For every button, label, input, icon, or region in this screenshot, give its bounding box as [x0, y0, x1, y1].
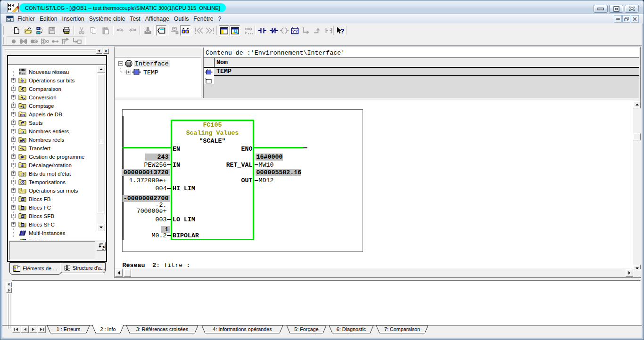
pane-grip[interactable]	[9, 294, 10, 329]
minimize-button[interactable]	[594, 5, 608, 13]
tree-item-folder-int[interactable]: +±INombres entiers	[8, 127, 106, 135]
copy-button[interactable]	[88, 25, 99, 36]
symbol-tag-button[interactable]	[156, 25, 166, 36]
panel-grip[interactable]	[5, 48, 96, 49]
panel-menu-button[interactable]: ▼	[96, 49, 102, 54]
save-button[interactable]	[47, 25, 57, 36]
tab-call-structure[interactable]: Structure d'a...	[60, 262, 106, 273]
cut-button[interactable]	[76, 25, 87, 36]
menu-edition[interactable]: Edition	[37, 15, 60, 23]
help-pointer-button[interactable]: ?	[335, 25, 346, 36]
monitor-glasses-button[interactable]	[180, 25, 190, 36]
menu-fichier[interactable]: Fichier	[15, 15, 37, 23]
prev-error-button[interactable]	[194, 25, 204, 36]
expand-box[interactable]: +	[11, 87, 16, 91]
mdi-close-button[interactable]	[631, 15, 639, 23]
menu-outils[interactable]: Outils	[172, 15, 191, 23]
tree-item-folder-bit-logic[interactable]: +Opérations sur bits	[8, 76, 106, 84]
lad-canvas[interactable]: FC105 Scaling Values "SCALE" EN ENO IN R…	[115, 100, 633, 268]
expand-box[interactable]: +	[11, 214, 16, 218]
panel-grip[interactable]	[5, 50, 96, 51]
tree-item-folder-jump[interactable]: +Sauts	[8, 118, 106, 127]
output-tabs[interactable]: 1 : Erreurs2 : Info3: Références croisée…	[2, 325, 642, 334]
interface-temp-node[interactable]: TEMP	[143, 69, 158, 76]
mdi-restore-button[interactable]	[622, 15, 630, 23]
expand-box[interactable]: +	[11, 154, 16, 159]
expand-box[interactable]: +	[11, 171, 16, 176]
toolbar-grip[interactable]	[2, 37, 4, 44]
tree-item-folder-real[interactable]: +±RNombres réels	[8, 135, 106, 144]
mdi-document-icon[interactable]	[6, 16, 14, 22]
tree-item-folder-word[interactable]: +Opérations sur mots	[8, 186, 106, 194]
expand-box[interactable]: +	[11, 222, 16, 227]
network-station-button[interactable]	[170, 25, 180, 36]
menu-systeme-cible[interactable]: Système cible	[87, 15, 128, 23]
scrollbar-thumb[interactable]	[633, 133, 641, 140]
tree-item-folder-shift[interactable]: +Décalage/rotation	[8, 161, 106, 169]
step-over-icon[interactable]	[50, 37, 60, 45]
coil-button[interactable]	[279, 25, 289, 36]
breakpoint-dot-icon[interactable]	[8, 37, 19, 45]
menu-test[interactable]: Test	[127, 15, 143, 23]
step-out-icon[interactable]	[60, 37, 71, 45]
expand-box[interactable]: +	[11, 104, 16, 108]
tree-item-folder-sfc[interactable]: +Blocs SFC	[8, 220, 106, 228]
open-online-button[interactable]	[35, 25, 45, 36]
network-title-line[interactable]: Réseau 2: Titre :	[123, 262, 190, 269]
rail-segment-button[interactable]	[323, 25, 334, 36]
scrollbar-thumb[interactable]	[97, 74, 105, 213]
tree-item-folder-convert[interactable]: +Conversion	[8, 93, 106, 101]
tree-item-folder-fb[interactable]: +Blocs FB	[8, 194, 106, 203]
editor-hscrollbar[interactable]	[115, 269, 633, 277]
expand-box[interactable]: +	[11, 163, 16, 167]
tree-item-folder-compare[interactable]: +Comparaison	[8, 84, 106, 93]
scroll-left-button[interactable]	[115, 269, 123, 277]
expand-box[interactable]: +	[11, 138, 16, 142]
contact-nc-button[interactable]	[268, 25, 279, 36]
undo-button[interactable]	[115, 25, 125, 36]
tree-item-folder-fc[interactable]: +Blocs FC	[8, 203, 106, 211]
download-button[interactable]	[142, 25, 153, 36]
tree-item-books-multi[interactable]: Multi-instances	[8, 228, 106, 237]
menu-fenetre[interactable]: Fenêtre	[191, 15, 215, 23]
expand-box[interactable]: +	[11, 197, 16, 201]
expand-box[interactable]: +	[11, 188, 16, 193]
toolbox-scrollbar[interactable]	[97, 65, 105, 231]
output-close-button[interactable]: ×	[6, 282, 12, 287]
empty-box-button[interactable]: ??	[289, 25, 300, 36]
expand-box[interactable]: +	[11, 112, 16, 116]
expand-box[interactable]: +	[11, 205, 16, 210]
scroll-up-button[interactable]	[633, 101, 641, 108]
overview-window-button[interactable]	[219, 25, 229, 36]
panel-close-button[interactable]: ×	[103, 49, 109, 54]
scroll-up-button[interactable]	[97, 65, 105, 73]
scroll-down-button[interactable]	[97, 224, 105, 231]
breakpoint-clear-icon[interactable]	[18, 37, 29, 45]
tree-item-books-library[interactable]: Bibliothèques	[8, 237, 106, 240]
restore-button[interactable]	[609, 5, 623, 13]
expand-box[interactable]: +	[11, 180, 16, 184]
new-document-button[interactable]	[11, 25, 22, 36]
output-expand-button[interactable]	[6, 288, 12, 293]
tree-item-folder-sfb[interactable]: +Blocs SFB	[8, 211, 106, 220]
content-column-header[interactable]: Nom	[204, 58, 639, 67]
print-button[interactable]	[61, 25, 72, 36]
contact-no-button[interactable]	[257, 25, 267, 36]
toolbox-jump-button[interactable]: <	[97, 242, 106, 251]
menu-insertion[interactable]: Insertion	[60, 15, 87, 23]
mdi-minimize-button[interactable]	[614, 15, 622, 23]
expand-box[interactable]: +	[11, 78, 16, 82]
menu-affichage[interactable]: Affichage	[143, 15, 172, 23]
title-bar[interactable]: CONT/LIST/LOG - [@OB1 -- test thermocoup…	[0, 0, 644, 14]
open-branch-button[interactable]	[300, 25, 311, 36]
expand-box[interactable]: +	[11, 121, 16, 125]
tree-item-folder-counter[interactable]: ++1Comptage	[8, 101, 106, 110]
toolbar-grip[interactable]	[2, 26, 4, 35]
expand-box[interactable]: +	[11, 129, 16, 133]
interface-root-node[interactable]: Interface	[134, 60, 170, 67]
menu-help[interactable]: ?	[216, 15, 224, 23]
close-button[interactable]	[625, 5, 639, 13]
redo-button[interactable]	[127, 25, 138, 36]
expand-box[interactable]: +	[11, 146, 16, 150]
expand-box[interactable]: +	[11, 95, 16, 99]
